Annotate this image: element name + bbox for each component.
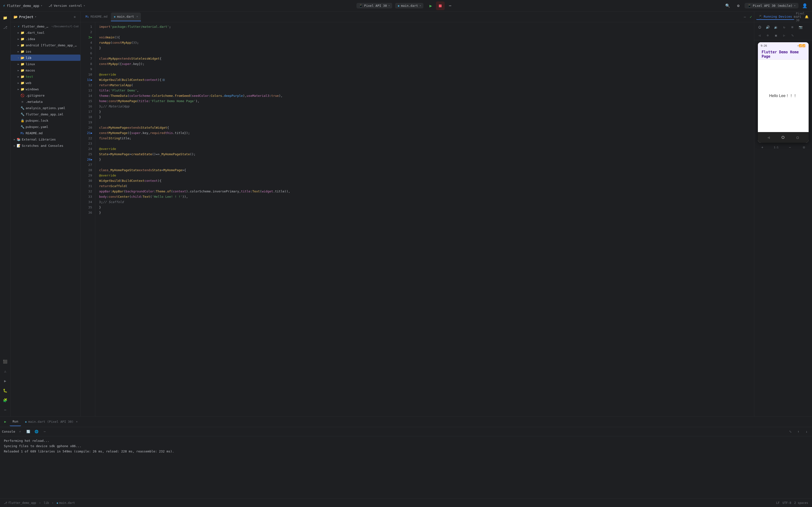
bottom-tabs: ▶ Run ◈ main.dart (Pixel API 30) ✕ — [0, 416, 812, 427]
status-lf[interactable]: LF — [776, 501, 779, 505]
device-rotate-btn[interactable]: ↻ — [781, 24, 788, 31]
debug-icon[interactable]: 🐛 — [1, 386, 10, 395]
tree-item-iml[interactable]: 🔧 flutter_demo_app.iml — [11, 111, 81, 117]
device-power-btn[interactable]: ⏻ — [756, 24, 763, 31]
terminal-icon[interactable]: ⬛ — [1, 357, 10, 366]
device-home-btn[interactable]: ⊙ — [764, 32, 771, 39]
tree-item-scratches[interactable]: ▶ 📝 Scratches and Consoles — [11, 143, 81, 149]
code-line-21: const MyHomePage({super.key, required th… — [99, 130, 754, 136]
problems-icon[interactable]: ⚠ — [1, 367, 10, 376]
tree-item-web[interactable]: ▶ 📁 web — [11, 80, 81, 86]
console-filter-btn[interactable]: ⚡ — [17, 428, 23, 435]
phone-frame: 9:26 ⚡📶📶 Flutter Demo Home Page Hello Le… — [758, 42, 809, 143]
status-branch[interactable]: ⎇ flutter_demo_app — [4, 501, 36, 505]
device-recents-btn[interactable]: ▣ — [773, 32, 779, 39]
stop-button[interactable]: ⏹ — [436, 1, 445, 10]
line-num-33: 33 — [81, 194, 92, 200]
code-line-25: State<MyHomePage> createState() => _MyHo… — [99, 152, 754, 157]
more-options-button[interactable]: ⋯ — [446, 1, 454, 10]
tab-readme[interactable]: M↓ README.md — [83, 12, 110, 21]
line-num-5: 5 — [81, 45, 92, 51]
device-back-btn[interactable]: ◁ — [756, 32, 763, 39]
console-more-btn[interactable]: ⋯ — [41, 428, 48, 435]
nav-home-btn[interactable] — [781, 136, 784, 139]
device-selector[interactable]: 📱 Pixel API 30 (mobile) ▾ — [745, 3, 799, 8]
project-gear-icon[interactable]: ⚙ — [72, 14, 78, 20]
tree-item-windows[interactable]: ▶ 📁 windows — [11, 86, 81, 92]
bottom-tab-run[interactable]: Run — [10, 417, 21, 426]
run-config-selector[interactable]: 📱 Pixel API 30 ▾ — [356, 3, 393, 8]
tree-item-readme[interactable]: M↓ README.md — [11, 130, 81, 136]
tree-item-test[interactable]: ▶ 📁 test — [11, 73, 81, 80]
bottom-run-icon[interactable]: ▶ — [2, 418, 9, 425]
status-indent[interactable]: 2 spaces — [794, 501, 808, 505]
more-side-icon[interactable]: ⋯ — [1, 406, 10, 414]
code-content[interactable]: import 'package:flutter/material.dart'; … — [95, 22, 754, 416]
tree-item-ios[interactable]: ▶ 📁 ios — [11, 48, 81, 55]
tree-item-linux[interactable]: ▶ 📁 linux — [11, 61, 81, 67]
line-num-29: 29 — [81, 173, 92, 178]
tree-item-idea[interactable]: ▶ 📁 .idea — [11, 36, 81, 42]
status-lib[interactable]: lib — [44, 501, 49, 505]
console-scroll-up-btn[interactable]: ↑ — [795, 428, 802, 435]
plugins-icon[interactable]: 🧩 — [1, 396, 10, 405]
device-volume-down-btn[interactable]: 🔉 — [773, 24, 779, 31]
settings-button[interactable]: ⚙ — [734, 1, 743, 10]
git-icon: ⎇ — [4, 501, 7, 505]
tree-item-dart-tool[interactable]: ▶ 📁 .dart_tool — [11, 30, 81, 36]
main-dart-selector[interactable]: ◈ main.dart ▾ — [395, 3, 423, 8]
vcs-button[interactable]: ⎇ Version control ▾ — [46, 3, 88, 8]
zoom-fit-btn[interactable]: ⊡ — [801, 145, 806, 150]
gitignore-icon: 🚫 — [20, 93, 24, 98]
device-fold-btn[interactable]: ⊞ — [789, 24, 796, 31]
status-encoding[interactable]: UTF-8 — [782, 501, 791, 505]
tree-item-android[interactable]: ▶ 📁 android [flutter_demo_app_android] — [11, 42, 81, 48]
rpanel-pixel-selector[interactable]: 🖥 Pixel API 30 — [796, 13, 802, 20]
device-expand-btn[interactable]: ⤡ — [789, 32, 796, 39]
tree-item-metadata[interactable]: ≡ .metadata — [11, 99, 81, 105]
tree-root[interactable]: ▾ ⚡ flutter_demo_app ~/Documents/C-Cod — [11, 23, 81, 30]
tree-item-gitignore[interactable]: 🚫 .gitignore — [11, 92, 81, 99]
line-num-36: 36 — [81, 210, 92, 215]
device-volume-up-btn[interactable]: 🔊 — [764, 24, 771, 31]
console-scroll-down-btn[interactable]: ↓ — [803, 428, 810, 435]
console-label: Console — [2, 430, 15, 433]
tree-item-lib[interactable]: ▾ 📂 lib — [11, 55, 81, 61]
console-tab-close[interactable]: ✕ — [76, 420, 78, 423]
rpanel-tab-running-devices[interactable]: 📱 Running Devices — [756, 14, 794, 20]
status-file[interactable]: ◈ main.dart — [57, 501, 75, 505]
code-line-32: appBar: AppBar(backgroundColor: Theme.of… — [99, 189, 754, 194]
zoom-in-btn[interactable]: + — [760, 145, 765, 150]
console-reload-btn[interactable]: 🔃 — [25, 428, 32, 435]
search-everywhere-button[interactable]: 🔍 — [723, 1, 732, 10]
console-settings-btn[interactable]: 🌐 — [33, 428, 40, 435]
run-button[interactable]: ▶ — [426, 1, 435, 10]
nav-back-btn[interactable]: ◁ — [767, 135, 769, 139]
project-icon[interactable]: 📁 — [1, 13, 10, 22]
zoom-out-btn[interactable]: − — [787, 145, 793, 150]
device-more-btn[interactable]: ▷ — [781, 32, 788, 39]
nav-recents-btn[interactable]: ▢ — [797, 135, 799, 139]
tree-item-macos[interactable]: ▶ 📁 macos — [11, 67, 81, 73]
bottom-tab-main-dart[interactable]: ◈ main.dart (Pixel API 30) ✕ — [22, 417, 81, 426]
console-line-2: Syncing files to device sdk gphone x86..… — [4, 444, 808, 449]
folder-web-icon: 📁 — [20, 80, 24, 85]
commit-icon[interactable]: ⎇ — [1, 23, 10, 32]
tab-close-icon[interactable]: ✕ — [137, 15, 138, 18]
tab-main-dart[interactable]: ◈ main.dart ✕ — [111, 12, 141, 21]
rpanel-notifications[interactable]: 🔔 — [803, 13, 810, 20]
console-expand-btn[interactable]: ⤡ — [787, 428, 794, 435]
device-screenshot-btn[interactable]: 📷 — [797, 24, 804, 31]
run-icon-side[interactable]: ▶ — [1, 377, 10, 385]
tree-item-pubspec-yaml[interactable]: 🔧 pubspec.yaml — [11, 124, 81, 130]
avatar-button[interactable]: 👤 — [800, 1, 809, 10]
pixel-icon: 📱 — [359, 4, 363, 7]
tabs-more-button[interactable]: ⋯ — [743, 14, 747, 20]
code-line-20: class MyHomePage extends StatefulWidget … — [99, 125, 754, 130]
app-name[interactable]: ⚡ flutter_demo_app ▾ — [3, 3, 42, 8]
tree-item-analysis[interactable]: 🔧 analysis_options.yaml — [11, 105, 81, 111]
line-num-15: 15 — [81, 99, 92, 104]
tree-item-pubspec-lock[interactable]: 🔒 pubspec.lock — [11, 117, 81, 124]
folder-dart-tool-icon: 📁 — [20, 31, 24, 35]
tree-item-external-libs[interactable]: ▶ 📚 External Libraries — [11, 136, 81, 143]
